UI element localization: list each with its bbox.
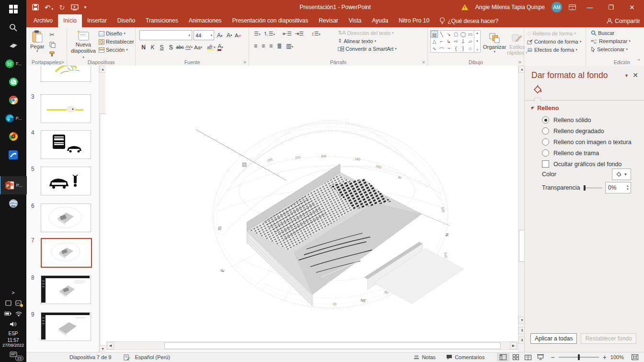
select-button[interactable]: Seleccionar▾	[591, 46, 631, 52]
clipboard-dialog-launcher[interactable]: ⇲	[61, 60, 66, 65]
thumbnail-slide-4[interactable]	[41, 130, 91, 159]
thumbnail-slide-3[interactable]	[41, 94, 91, 123]
shape-scribble[interactable]: ∿	[431, 45, 438, 52]
arrange-button[interactable]: Organizar ▾	[483, 33, 506, 54]
hscroll-thumb[interactable]	[164, 342, 501, 349]
clock-date[interactable]: 27/09/2022	[2, 343, 24, 348]
option-picture-fill[interactable]: Relleno con imagen o textura	[542, 138, 644, 146]
whatsapp-button[interactable]	[0, 73, 26, 91]
tab-animaciones[interactable]: Animaciones	[184, 14, 227, 27]
browser-button[interactable]	[0, 127, 26, 146]
apply-to-all-button[interactable]: Aplicar a todas	[530, 333, 577, 344]
shape-brace-right[interactable]: }	[460, 45, 467, 52]
cut-icon[interactable]: ✂	[49, 31, 55, 38]
transparency-spinner[interactable]: 0% ▲▼	[605, 182, 631, 193]
wifi-icon[interactable]	[15, 311, 22, 317]
tab-insertar[interactable]: Insertar	[82, 14, 112, 27]
shadow-button[interactable]: S	[167, 43, 175, 52]
shape-line[interactable]: ╲	[438, 31, 445, 38]
slide-vertical-scrollbar[interactable]: ▲ ▼ ⇞ ⇟	[518, 66, 525, 352]
drawing-dialog-launcher[interactable]: ⇲	[518, 60, 523, 65]
blue-app-button[interactable]	[0, 146, 26, 164]
strikethrough-button[interactable]: abc	[176, 43, 184, 52]
tab-inicio[interactable]: Inicio	[58, 14, 82, 27]
restore-button[interactable]: ❐	[604, 4, 618, 11]
slide-reset-button[interactable]: Restablecer	[99, 39, 134, 45]
ribbon-display-icon[interactable]	[569, 4, 576, 10]
italic-button[interactable]: K	[149, 43, 157, 52]
line-spacing-button[interactable]: ↕☰▾	[311, 31, 321, 37]
shapes-gallery[interactable]: ▤ ╲ ↘ ▢ ◯ ▭ △ ⌐ ↳ ⇨ ⇩ ▱ ∿ ◠ ~ { }	[430, 30, 474, 53]
clock-time[interactable]: 11:57	[7, 338, 19, 343]
shape-right-arrow[interactable]: ⇨	[452, 38, 460, 45]
tablet-icon[interactable]	[5, 300, 12, 306]
zoom-level[interactable]: 100%	[610, 354, 624, 360]
tab-presentacion[interactable]: Presentación con diapositivas	[227, 14, 313, 27]
minimize-button[interactable]: —	[583, 4, 597, 11]
char-spacing-button[interactable]: AV▾	[185, 43, 193, 52]
hscroll-right-arrow[interactable]: ▶	[510, 342, 517, 350]
color-picker-button[interactable]: ▼	[612, 169, 631, 180]
underline-button[interactable]: S	[158, 43, 166, 52]
shape-fill-button[interactable]: ◇Relleno de forma▾	[527, 30, 581, 36]
reading-view-button[interactable]	[522, 353, 534, 362]
option-gradient-fill[interactable]: Relleno degradado	[542, 127, 644, 135]
tab-ayuda[interactable]: Ayuda	[367, 14, 393, 27]
shape-arc[interactable]: ◠	[438, 45, 445, 52]
decrease-indent-button[interactable]: ⇤☰	[283, 31, 292, 37]
slide-design-button[interactable]: Diseño▾	[99, 31, 134, 36]
slide-counter[interactable]: Diapositiva 7 de 9	[69, 354, 111, 360]
option-solid-fill[interactable]: Relleno sólido	[542, 116, 644, 124]
shapes-scroll[interactable]: ▲▼⇟	[474, 30, 481, 53]
thumbnail-scrollbar[interactable]: ▲ ▼	[99, 66, 105, 352]
user-name[interactable]: Angie Milenia Tapia Quispe	[475, 4, 545, 11]
align-center-button[interactable]: ≡	[262, 43, 265, 49]
share-button[interactable]: Compartir	[607, 14, 640, 27]
option-pattern-fill[interactable]: Relleno de trama	[542, 149, 644, 157]
whiteboard-button[interactable]	[0, 36, 26, 55]
justify-button[interactable]: ≣	[277, 43, 282, 49]
clear-format-icon[interactable]: A	[235, 32, 242, 38]
google-earth-button[interactable]: Pro	[0, 194, 26, 213]
thumbnail-slide-9[interactable]	[41, 312, 91, 341]
language-status[interactable]: Español (Perú)	[135, 354, 170, 360]
smartart-button[interactable]: Convertir a SmartArt▾	[338, 46, 397, 52]
align-right-button[interactable]: ≡	[269, 43, 273, 49]
zoom-out-button[interactable]: −	[551, 353, 554, 361]
zoom-slider-thumb[interactable]	[578, 354, 580, 360]
shape-rounded-rect[interactable]: ▭	[467, 31, 474, 38]
tab-revisar[interactable]: Revisar	[313, 14, 344, 27]
bullets-button[interactable]: ☰▾	[254, 31, 260, 37]
font-color-button[interactable]: A▾	[217, 43, 225, 52]
font-name-combo[interactable]: ▾	[139, 30, 192, 40]
fill-section-header[interactable]: ◢ Relleno	[531, 105, 559, 112]
hide-background-checkbox[interactable]: Ocultar gráficos del fondo	[542, 160, 644, 168]
replace-button[interactable]: abacReemplazar▾	[591, 38, 631, 44]
terrain-model[interactable]	[247, 164, 464, 306]
format-painter-icon[interactable]	[49, 51, 56, 57]
tell-me-box[interactable]: ¿Qué desea hacer?	[435, 14, 503, 27]
search-button[interactable]	[0, 18, 26, 36]
mail-icon[interactable]	[15, 300, 22, 306]
shape-star[interactable]: ☆	[467, 45, 474, 52]
shape-curve[interactable]: ~	[445, 45, 452, 52]
language-indicator[interactable]: ESP	[8, 331, 18, 336]
shape-triangle[interactable]: △	[431, 38, 438, 45]
action-center-button[interactable]: 23	[0, 348, 26, 362]
zoom-slider-track[interactable]	[559, 357, 599, 358]
thumb-scrollbar-thumb[interactable]	[100, 113, 105, 346]
panel-close-icon[interactable]: ✕	[632, 71, 638, 79]
font-dialog-launcher[interactable]: ⇲	[243, 60, 248, 65]
normal-view-button[interactable]	[497, 353, 509, 362]
shape-down-arrow[interactable]: ⇩	[460, 38, 467, 45]
shape-elbow-arrow[interactable]: ↳	[445, 38, 452, 45]
thumb-scroll-down-arrow[interactable]: ▼	[99, 345, 105, 352]
columns-button[interactable]: ▥▾	[286, 43, 293, 49]
bold-button[interactable]: N	[139, 43, 148, 52]
tab-archivo[interactable]: Archivo	[28, 14, 58, 27]
powerpoint-taskbar-button[interactable]: P P...	[0, 176, 27, 194]
thumbnail-slide-6[interactable]	[41, 204, 91, 232]
paste-button[interactable]: Pegar ▾	[30, 30, 44, 53]
comments-button[interactable]: Comentarios	[455, 354, 484, 360]
zoom-in-button[interactable]: +	[603, 353, 607, 361]
